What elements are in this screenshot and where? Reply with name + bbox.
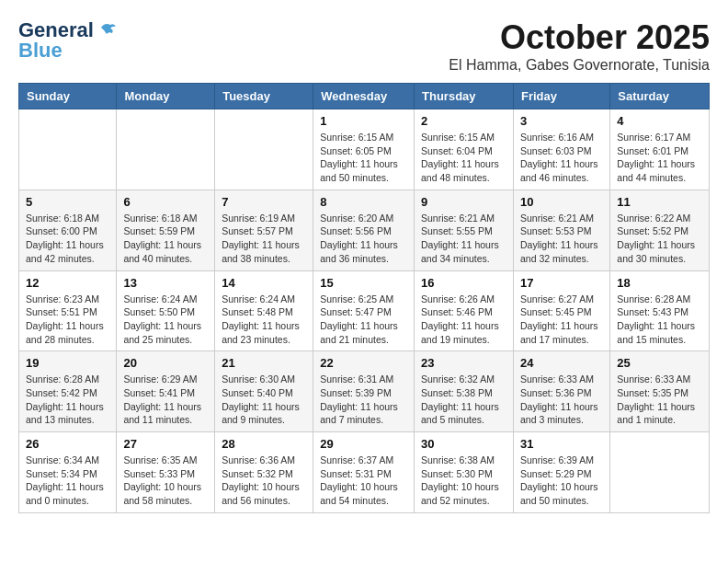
calendar-cell: 7Sunrise: 6:19 AM Sunset: 5:57 PM Daylig… <box>215 190 313 270</box>
calendar-cell: 21Sunrise: 6:30 AM Sunset: 5:40 PM Dayli… <box>215 351 313 432</box>
day-info: Sunrise: 6:24 AM Sunset: 5:50 PM Dayligh… <box>123 293 208 347</box>
day-info: Sunrise: 6:19 AM Sunset: 5:57 PM Dayligh… <box>222 212 306 266</box>
calendar-cell: 11Sunrise: 6:22 AM Sunset: 5:52 PM Dayli… <box>610 190 710 270</box>
day-info: Sunrise: 6:35 AM Sunset: 5:33 PM Dayligh… <box>123 454 208 508</box>
day-number: 11 <box>617 195 702 209</box>
day-number: 6 <box>123 195 208 209</box>
day-info: Sunrise: 6:32 AM Sunset: 5:38 PM Dayligh… <box>421 373 506 427</box>
day-number: 24 <box>520 356 603 370</box>
day-info: Sunrise: 6:17 AM Sunset: 6:01 PM Dayligh… <box>617 131 702 185</box>
day-number: 20 <box>123 356 208 370</box>
day-number: 17 <box>520 276 603 290</box>
calendar-header-wednesday: Wednesday <box>313 84 415 109</box>
page-header: General Blue October 2025 El Hamma, Gabe… <box>18 18 710 74</box>
calendar-cell <box>610 432 710 513</box>
calendar-cell: 13Sunrise: 6:24 AM Sunset: 5:50 PM Dayli… <box>117 270 215 351</box>
calendar-cell: 10Sunrise: 6:21 AM Sunset: 5:53 PM Dayli… <box>513 190 609 270</box>
day-info: Sunrise: 6:39 AM Sunset: 5:29 PM Dayligh… <box>520 454 603 508</box>
day-info: Sunrise: 6:20 AM Sunset: 5:56 PM Dayligh… <box>320 212 407 266</box>
calendar-cell: 6Sunrise: 6:18 AM Sunset: 5:59 PM Daylig… <box>117 190 215 270</box>
day-number: 4 <box>617 114 702 128</box>
day-number: 15 <box>320 276 407 290</box>
calendar-cell: 4Sunrise: 6:17 AM Sunset: 6:01 PM Daylig… <box>610 109 710 190</box>
day-info: Sunrise: 6:38 AM Sunset: 5:30 PM Dayligh… <box>421 454 506 508</box>
day-number: 27 <box>123 437 208 451</box>
calendar-cell: 30Sunrise: 6:38 AM Sunset: 5:30 PM Dayli… <box>415 432 514 513</box>
calendar-cell: 25Sunrise: 6:33 AM Sunset: 5:35 PM Dayli… <box>610 351 710 432</box>
calendar-cell: 3Sunrise: 6:16 AM Sunset: 6:03 PM Daylig… <box>513 109 609 190</box>
calendar-cell: 8Sunrise: 6:20 AM Sunset: 5:56 PM Daylig… <box>313 190 415 270</box>
day-info: Sunrise: 6:28 AM Sunset: 5:42 PM Dayligh… <box>26 373 109 427</box>
day-info: Sunrise: 6:34 AM Sunset: 5:34 PM Dayligh… <box>26 454 109 508</box>
calendar-cell: 9Sunrise: 6:21 AM Sunset: 5:55 PM Daylig… <box>415 190 514 270</box>
calendar-cell: 16Sunrise: 6:26 AM Sunset: 5:46 PM Dayli… <box>415 270 514 351</box>
day-info: Sunrise: 6:16 AM Sunset: 6:03 PM Dayligh… <box>520 131 603 185</box>
day-number: 16 <box>421 276 506 290</box>
logo-text-blue: Blue <box>18 39 63 63</box>
calendar-cell: 22Sunrise: 6:31 AM Sunset: 5:39 PM Dayli… <box>313 351 415 432</box>
calendar-cell: 15Sunrise: 6:25 AM Sunset: 5:47 PM Dayli… <box>313 270 415 351</box>
day-number: 3 <box>520 114 603 128</box>
day-info: Sunrise: 6:21 AM Sunset: 5:53 PM Dayligh… <box>520 212 603 266</box>
day-info: Sunrise: 6:28 AM Sunset: 5:43 PM Dayligh… <box>617 293 702 347</box>
day-number: 9 <box>421 195 506 209</box>
calendar-cell: 26Sunrise: 6:34 AM Sunset: 5:34 PM Dayli… <box>19 432 117 513</box>
month-title: October 2025 <box>449 18 710 57</box>
calendar-header-saturday: Saturday <box>610 84 710 109</box>
calendar-cell <box>19 109 117 190</box>
calendar-cell: 20Sunrise: 6:29 AM Sunset: 5:41 PM Dayli… <box>117 351 215 432</box>
calendar-header-row: SundayMondayTuesdayWednesdayThursdayFrid… <box>19 84 710 109</box>
calendar-header-friday: Friday <box>513 84 609 109</box>
day-number: 14 <box>222 276 306 290</box>
day-number: 30 <box>421 437 506 451</box>
day-number: 18 <box>617 276 702 290</box>
calendar-cell <box>215 109 313 190</box>
calendar-header-monday: Monday <box>117 84 215 109</box>
day-number: 25 <box>617 356 702 370</box>
day-info: Sunrise: 6:23 AM Sunset: 5:51 PM Dayligh… <box>26 293 109 347</box>
day-number: 7 <box>222 195 306 209</box>
calendar-cell: 31Sunrise: 6:39 AM Sunset: 5:29 PM Dayli… <box>513 432 609 513</box>
day-number: 21 <box>222 356 306 370</box>
day-info: Sunrise: 6:33 AM Sunset: 5:35 PM Dayligh… <box>617 373 702 427</box>
day-number: 12 <box>26 276 109 290</box>
calendar-week-row: 12Sunrise: 6:23 AM Sunset: 5:51 PM Dayli… <box>19 270 710 351</box>
day-info: Sunrise: 6:37 AM Sunset: 5:31 PM Dayligh… <box>320 454 407 508</box>
day-number: 2 <box>421 114 506 128</box>
day-number: 26 <box>26 437 109 451</box>
day-info: Sunrise: 6:24 AM Sunset: 5:48 PM Dayligh… <box>222 293 306 347</box>
day-info: Sunrise: 6:22 AM Sunset: 5:52 PM Dayligh… <box>617 212 702 266</box>
calendar-cell: 5Sunrise: 6:18 AM Sunset: 6:00 PM Daylig… <box>19 190 117 270</box>
calendar-week-row: 26Sunrise: 6:34 AM Sunset: 5:34 PM Dayli… <box>19 432 710 513</box>
day-info: Sunrise: 6:33 AM Sunset: 5:36 PM Dayligh… <box>520 373 603 427</box>
logo: General Blue <box>18 18 118 63</box>
day-info: Sunrise: 6:18 AM Sunset: 6:00 PM Dayligh… <box>26 212 109 266</box>
day-info: Sunrise: 6:27 AM Sunset: 5:45 PM Dayligh… <box>520 293 603 347</box>
calendar-cell: 14Sunrise: 6:24 AM Sunset: 5:48 PM Dayli… <box>215 270 313 351</box>
day-number: 1 <box>320 114 407 128</box>
calendar-cell: 24Sunrise: 6:33 AM Sunset: 5:36 PM Dayli… <box>513 351 609 432</box>
day-number: 5 <box>26 195 109 209</box>
calendar-week-row: 19Sunrise: 6:28 AM Sunset: 5:42 PM Dayli… <box>19 351 710 432</box>
day-info: Sunrise: 6:26 AM Sunset: 5:46 PM Dayligh… <box>421 293 506 347</box>
calendar-week-row: 5Sunrise: 6:18 AM Sunset: 6:00 PM Daylig… <box>19 190 710 270</box>
calendar-cell: 19Sunrise: 6:28 AM Sunset: 5:42 PM Dayli… <box>19 351 117 432</box>
calendar-cell: 2Sunrise: 6:15 AM Sunset: 6:04 PM Daylig… <box>415 109 514 190</box>
day-info: Sunrise: 6:31 AM Sunset: 5:39 PM Dayligh… <box>320 373 407 427</box>
calendar-cell: 29Sunrise: 6:37 AM Sunset: 5:31 PM Dayli… <box>313 432 415 513</box>
day-info: Sunrise: 6:25 AM Sunset: 5:47 PM Dayligh… <box>320 293 407 347</box>
day-info: Sunrise: 6:15 AM Sunset: 6:04 PM Dayligh… <box>421 131 506 185</box>
logo-bird-icon <box>97 20 118 40</box>
calendar-cell: 1Sunrise: 6:15 AM Sunset: 6:05 PM Daylig… <box>313 109 415 190</box>
day-info: Sunrise: 6:29 AM Sunset: 5:41 PM Dayligh… <box>123 373 208 427</box>
day-info: Sunrise: 6:15 AM Sunset: 6:05 PM Dayligh… <box>320 131 407 185</box>
calendar-cell: 28Sunrise: 6:36 AM Sunset: 5:32 PM Dayli… <box>215 432 313 513</box>
day-number: 13 <box>123 276 208 290</box>
calendar-cell: 23Sunrise: 6:32 AM Sunset: 5:38 PM Dayli… <box>415 351 514 432</box>
day-number: 31 <box>520 437 603 451</box>
calendar-cell: 17Sunrise: 6:27 AM Sunset: 5:45 PM Dayli… <box>513 270 609 351</box>
day-number: 19 <box>26 356 109 370</box>
title-section: October 2025 El Hamma, Gabes Governorate… <box>449 18 710 74</box>
calendar-cell: 12Sunrise: 6:23 AM Sunset: 5:51 PM Dayli… <box>19 270 117 351</box>
calendar-header-thursday: Thursday <box>415 84 514 109</box>
